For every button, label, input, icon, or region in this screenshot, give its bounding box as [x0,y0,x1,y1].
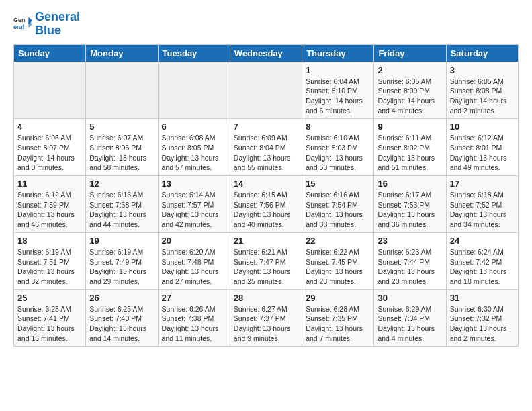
day-number: 27 [162,293,226,303]
calendar-cell: 18Sunrise: 6:19 AMSunset: 7:51 PMDayligh… [14,232,86,289]
day-info: Sunrise: 6:21 AMSunset: 7:47 PMDaylight:… [234,247,298,287]
day-number: 14 [234,179,298,189]
day-number: 18 [17,236,82,246]
calendar-cell: 2Sunrise: 6:05 AMSunset: 8:09 PMDaylight… [374,62,446,119]
day-info: Sunrise: 6:06 AMSunset: 8:07 PMDaylight:… [17,133,82,173]
calendar-cell: 16Sunrise: 6:17 AMSunset: 7:53 PMDayligh… [374,176,446,233]
calendar-header: SundayMondayTuesdayWednesdayThursdayFrid… [14,44,519,62]
calendar-cell: 27Sunrise: 6:26 AMSunset: 7:38 PMDayligh… [158,289,230,347]
calendar-cell: 29Sunrise: 6:28 AMSunset: 7:35 PMDayligh… [302,289,374,347]
day-number: 1 [306,65,370,75]
day-number: 8 [306,122,370,132]
calendar-cell: 15Sunrise: 6:16 AMSunset: 7:54 PMDayligh… [302,176,374,233]
day-info: Sunrise: 6:07 AMSunset: 8:06 PMDaylight:… [89,133,154,173]
calendar-cell: 7Sunrise: 6:09 AMSunset: 8:04 PMDaylight… [230,119,302,176]
day-info: Sunrise: 6:13 AMSunset: 7:58 PMDaylight:… [89,190,154,230]
logo: Gen eral General Blue [13,11,80,38]
day-info: Sunrise: 6:17 AMSunset: 7:53 PMDaylight:… [378,190,442,230]
calendar-cell: 9Sunrise: 6:11 AMSunset: 8:02 PMDaylight… [374,119,446,176]
weekday-header-friday: Friday [374,44,446,62]
calendar-table: SundayMondayTuesdayWednesdayThursdayFrid… [13,44,519,347]
day-info: Sunrise: 6:05 AMSunset: 8:08 PMDaylight:… [450,77,515,116]
calendar-cell: 5Sunrise: 6:07 AMSunset: 8:06 PMDaylight… [86,119,158,176]
calendar-cell: 30Sunrise: 6:29 AMSunset: 7:34 PMDayligh… [374,289,446,347]
calendar-cell: 14Sunrise: 6:15 AMSunset: 7:56 PMDayligh… [230,176,302,233]
day-number: 21 [234,236,298,246]
calendar-cell [14,62,86,119]
day-info: Sunrise: 6:30 AMSunset: 7:32 PMDaylight:… [450,304,515,344]
calendar-cell: 13Sunrise: 6:14 AMSunset: 7:57 PMDayligh… [158,176,230,233]
calendar-cell: 3Sunrise: 6:05 AMSunset: 8:08 PMDaylight… [446,62,518,119]
day-number: 15 [306,179,370,189]
day-number: 16 [378,179,442,189]
day-info: Sunrise: 6:08 AMSunset: 8:05 PMDaylight:… [162,133,226,173]
logo-text: General Blue [35,11,80,38]
day-info: Sunrise: 6:09 AMSunset: 8:04 PMDaylight:… [234,133,298,173]
day-info: Sunrise: 6:19 AMSunset: 7:51 PMDaylight:… [17,247,82,287]
day-number: 30 [378,293,442,303]
calendar-cell: 11Sunrise: 6:12 AMSunset: 7:59 PMDayligh… [14,176,86,233]
day-number: 24 [450,236,515,246]
calendar-cell: 8Sunrise: 6:10 AMSunset: 8:03 PMDaylight… [302,119,374,176]
calendar-cell: 17Sunrise: 6:18 AMSunset: 7:52 PMDayligh… [446,176,518,233]
day-number: 17 [450,179,515,189]
day-number: 22 [306,236,370,246]
day-info: Sunrise: 6:12 AMSunset: 8:01 PMDaylight:… [450,133,515,173]
day-info: Sunrise: 6:26 AMSunset: 7:38 PMDaylight:… [162,304,226,344]
weekday-header-monday: Monday [86,44,158,62]
weekday-header-sunday: Sunday [14,44,86,62]
day-info: Sunrise: 6:10 AMSunset: 8:03 PMDaylight:… [306,133,370,173]
day-info: Sunrise: 6:20 AMSunset: 7:48 PMDaylight:… [162,247,226,287]
day-info: Sunrise: 6:28 AMSunset: 7:35 PMDaylight:… [306,304,370,344]
day-number: 5 [89,122,154,132]
calendar-cell: 22Sunrise: 6:22 AMSunset: 7:45 PMDayligh… [302,232,374,289]
day-info: Sunrise: 6:05 AMSunset: 8:09 PMDaylight:… [378,77,442,116]
day-info: Sunrise: 6:29 AMSunset: 7:34 PMDaylight:… [378,304,442,344]
day-number: 13 [162,179,226,189]
weekday-header-saturday: Saturday [446,44,518,62]
day-info: Sunrise: 6:04 AMSunset: 8:10 PMDaylight:… [306,77,370,116]
day-info: Sunrise: 6:22 AMSunset: 7:45 PMDaylight:… [306,247,370,287]
calendar-cell [158,62,230,119]
day-number: 12 [89,179,154,189]
day-info: Sunrise: 6:12 AMSunset: 7:59 PMDaylight:… [17,190,82,230]
day-number: 25 [17,293,82,303]
svg-text:Gen: Gen [13,17,26,24]
calendar-cell: 21Sunrise: 6:21 AMSunset: 7:47 PMDayligh… [230,232,302,289]
day-number: 26 [89,293,154,303]
calendar-cell: 10Sunrise: 6:12 AMSunset: 8:01 PMDayligh… [446,119,518,176]
day-number: 29 [306,293,370,303]
day-number: 23 [378,236,442,246]
calendar-cell: 28Sunrise: 6:27 AMSunset: 7:37 PMDayligh… [230,289,302,347]
day-number: 31 [450,293,515,303]
day-info: Sunrise: 6:24 AMSunset: 7:42 PMDaylight:… [450,247,515,287]
day-number: 11 [17,179,82,189]
calendar-cell: 24Sunrise: 6:24 AMSunset: 7:42 PMDayligh… [446,232,518,289]
day-info: Sunrise: 6:19 AMSunset: 7:49 PMDaylight:… [89,247,154,287]
calendar-cell: 23Sunrise: 6:23 AMSunset: 7:44 PMDayligh… [374,232,446,289]
weekday-header-wednesday: Wednesday [230,44,302,62]
day-info: Sunrise: 6:27 AMSunset: 7:37 PMDaylight:… [234,304,298,344]
day-info: Sunrise: 6:15 AMSunset: 7:56 PMDaylight:… [234,190,298,230]
calendar-cell: 19Sunrise: 6:19 AMSunset: 7:49 PMDayligh… [86,232,158,289]
calendar-cell: 12Sunrise: 6:13 AMSunset: 7:58 PMDayligh… [86,176,158,233]
day-info: Sunrise: 6:23 AMSunset: 7:44 PMDaylight:… [378,247,442,287]
calendar-cell [86,62,158,119]
day-number: 10 [450,122,515,132]
day-info: Sunrise: 6:25 AMSunset: 7:41 PMDaylight:… [17,304,82,344]
day-info: Sunrise: 6:18 AMSunset: 7:52 PMDaylight:… [450,190,515,230]
day-info: Sunrise: 6:16 AMSunset: 7:54 PMDaylight:… [306,190,370,230]
calendar-cell: 1Sunrise: 6:04 AMSunset: 8:10 PMDaylight… [302,62,374,119]
day-number: 20 [162,236,226,246]
day-number: 4 [17,122,82,132]
logo-icon: Gen eral [13,15,32,34]
calendar-cell: 20Sunrise: 6:20 AMSunset: 7:48 PMDayligh… [158,232,230,289]
calendar-cell: 26Sunrise: 6:25 AMSunset: 7:40 PMDayligh… [86,289,158,347]
day-number: 28 [234,293,298,303]
svg-text:eral: eral [13,24,24,30]
day-number: 19 [89,236,154,246]
day-number: 7 [234,122,298,132]
calendar-cell: 31Sunrise: 6:30 AMSunset: 7:32 PMDayligh… [446,289,518,347]
day-number: 9 [378,122,442,132]
calendar-cell: 6Sunrise: 6:08 AMSunset: 8:05 PMDaylight… [158,119,230,176]
